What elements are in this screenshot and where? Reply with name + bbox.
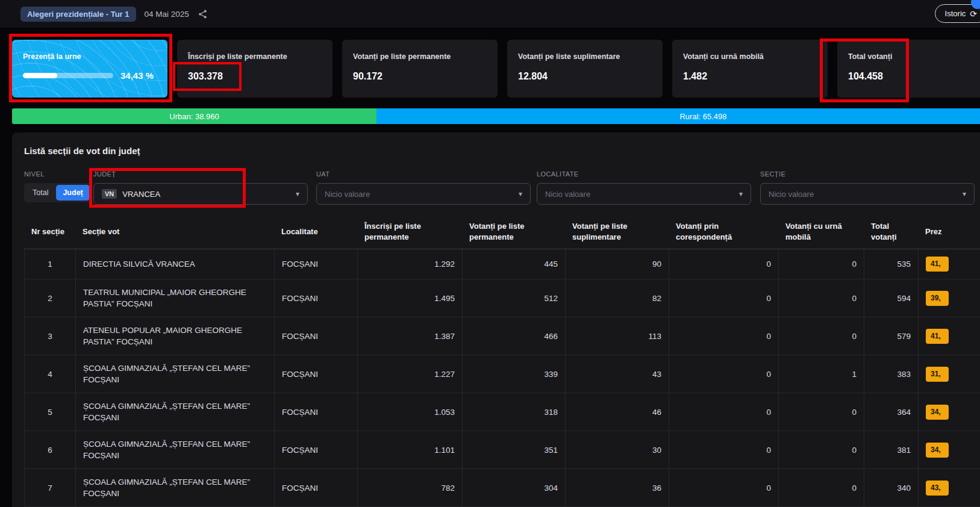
stat-card: Votanți pe liste permanente 90.172 (342, 40, 498, 98)
cell-localitate: FOCȘANI (275, 279, 358, 317)
election-date: 04 Mai 2025 (145, 10, 189, 19)
cell-votanti-suplimentare: 113 (566, 317, 669, 355)
table-row: 3 ATENEUL POPULAR „MAIOR GHEORGHE PASTIA… (24, 317, 980, 355)
stats-row: Prezență la urne 34,43 % Înscriși pe lis… (12, 40, 980, 98)
cell-localitate: FOCȘANI (275, 249, 358, 279)
history-icon: ⟳ (970, 9, 977, 19)
header-localitate: Localitate (274, 215, 357, 249)
chevron-down-icon: ▾ (296, 190, 299, 198)
cell-total: 340 (864, 469, 919, 506)
stat-card: Votanți pe liste suplimentare 12.804 (507, 40, 663, 98)
cell-localitate: FOCȘANI (275, 469, 358, 506)
cell-prezenta: 34, (919, 393, 980, 431)
nivel-toggle: Total Județ (24, 183, 92, 202)
cell-votanti-corespondenta: 0 (669, 355, 779, 393)
uat-label: UAT (316, 170, 531, 178)
stat-card-label: Votanți pe liste suplimentare (518, 52, 652, 61)
cell-votanti-corespondenta: 0 (669, 317, 779, 355)
cell-localitate: FOCȘANI (275, 355, 358, 393)
filters-bar: NIVEL Total Județ JUDEȚ VN VRANCEA ▾ UAT… (24, 170, 980, 214)
turnout-badge: 39, (926, 291, 949, 306)
cell-votanti-corespondenta: 0 (669, 249, 779, 279)
cell-votanti-corespondenta: 0 (669, 279, 779, 317)
cell-total: 594 (864, 279, 919, 317)
cell-votanti-permanente: 351 (463, 431, 566, 468)
cell-votanti-suplimentare: 82 (566, 279, 669, 317)
uat-placeholder: Nicio valoare (325, 190, 370, 199)
cell-votanti-suplimentare: 30 (566, 431, 669, 468)
cell-votanti-permanente: 512 (463, 279, 566, 317)
cell-inscrisi: 1.227 (358, 355, 463, 393)
uat-select[interactable]: Nicio valoare ▾ (316, 183, 531, 205)
cell-votanti-mobila: 0 (779, 431, 864, 468)
turnout-badge: 43, (926, 481, 949, 496)
app-window: Alegeri prezidențiale - Tur 1 04 Mai 202… (0, 0, 980, 507)
cell-total: 364 (864, 393, 919, 431)
cell-votanti-mobila: 0 (779, 393, 864, 431)
cell-inscrisi: 1.101 (358, 431, 463, 468)
chevron-down-icon: ▾ (739, 190, 743, 198)
cell-votanti-mobila: 1 (779, 355, 864, 393)
table-row: 7 ȘCOALA GIMNAZIALĂ „ȘTEFAN CEL MARE” FO… (24, 469, 980, 507)
share-icon[interactable] (198, 9, 208, 19)
panel-title: Listă secții de vot din județ (24, 132, 980, 156)
istoric-label: Istoric (945, 9, 966, 18)
stat-card-label: Votanți cu urnă mobilă (683, 52, 817, 61)
stat-card-label: Votanți pe liste permanente (353, 52, 487, 61)
stat-card-value: 12.804 (518, 71, 652, 82)
cell-total: 383 (864, 355, 919, 393)
turnout-value: 34,43 % (120, 70, 154, 81)
turnout-progress-track (23, 73, 113, 78)
sectie-select[interactable]: Nicio valoare ▾ (760, 183, 975, 205)
stat-card: Total votanți 104.458 (837, 40, 980, 98)
cell-votanti-permanente: 466 (463, 317, 566, 355)
cell-inscrisi: 782 (358, 469, 463, 506)
cell-sectie: DIRECTIA SILVICĂ VRANCEA (76, 249, 275, 279)
cell-nr: 4 (25, 355, 76, 393)
cell-sectie: TEATRUL MUNICIPAL „MAIOR GHEORGHE PASTIA… (76, 279, 275, 317)
cell-localitate: FOCȘANI (275, 317, 358, 355)
cell-inscrisi: 1.387 (358, 317, 463, 355)
rural-label: Rural: 65.498 (679, 112, 726, 121)
cell-votanti-mobila: 0 (779, 469, 864, 506)
chevron-down-icon: ▾ (963, 190, 966, 198)
cell-total: 579 (864, 317, 919, 355)
cell-votanti-corespondenta: 0 (669, 431, 779, 468)
stat-card-value: 104.458 (848, 71, 980, 82)
cell-sectie: ȘCOALA GIMNAZIALĂ „ȘTEFAN CEL MARE” FOCȘ… (76, 431, 275, 468)
stat-card: Înscriși pe liste permanente 303.378 (177, 40, 332, 98)
cell-localitate: FOCȘANI (275, 431, 358, 468)
stat-card: Votanți cu urnă mobilă 1.482 (672, 40, 828, 98)
judet-select[interactable]: VN VRANCEA ▾ (93, 183, 308, 205)
table-header-row: Nr secție Secție vot Localitate Înscriși… (24, 215, 980, 249)
cell-inscrisi: 1.053 (358, 393, 463, 431)
cell-nr: 6 (25, 431, 76, 468)
cell-total: 381 (864, 431, 919, 468)
nivel-judet-button[interactable]: Județ (56, 185, 89, 201)
cell-prezenta: 39, (919, 279, 980, 317)
header-sectie: Secție vot (75, 215, 274, 249)
header-votanti-permanente: Votanți pe liste permanente (462, 215, 565, 249)
filter-uat: UAT Nicio valoare ▾ (316, 170, 531, 205)
sections-table: Nr secție Secție vot Localitate Înscriși… (24, 215, 980, 507)
cell-votanti-permanente: 445 (463, 249, 566, 279)
stat-card-label: Înscriși pe liste permanente (188, 52, 322, 61)
cell-sectie: ȘCOALA GIMNAZIALĂ „ȘTEFAN CEL MARE” FOCȘ… (76, 355, 275, 393)
nivel-total-button[interactable]: Total (26, 185, 55, 201)
header-inscrisi: Înscriși pe liste permanente (357, 215, 462, 249)
localitate-select[interactable]: Nicio valoare ▾ (537, 183, 751, 205)
cell-nr: 3 (25, 317, 76, 355)
cell-votanti-permanente: 318 (463, 393, 566, 431)
cell-votanti-mobila: 0 (779, 249, 864, 279)
cell-sectie: ATENEUL POPULAR „MAIOR GHEORGHE PASTIA” … (76, 317, 275, 355)
cell-votanti-mobila: 0 (779, 279, 864, 317)
cell-votanti-permanente: 304 (463, 469, 566, 506)
nivel-label: NIVEL (24, 170, 92, 178)
sections-panel: Listă secții de vot din județ NIVEL Tota… (12, 132, 980, 507)
sectie-label: SECȚIE (760, 170, 975, 178)
cell-prezenta: 31, (919, 355, 980, 393)
turnout-card: Prezență la urne 34,43 % (12, 40, 167, 98)
cell-votanti-suplimentare: 43 (566, 355, 669, 393)
urban-label: Urban: 38.960 (169, 112, 219, 121)
cell-prezenta: 34, (919, 431, 980, 468)
